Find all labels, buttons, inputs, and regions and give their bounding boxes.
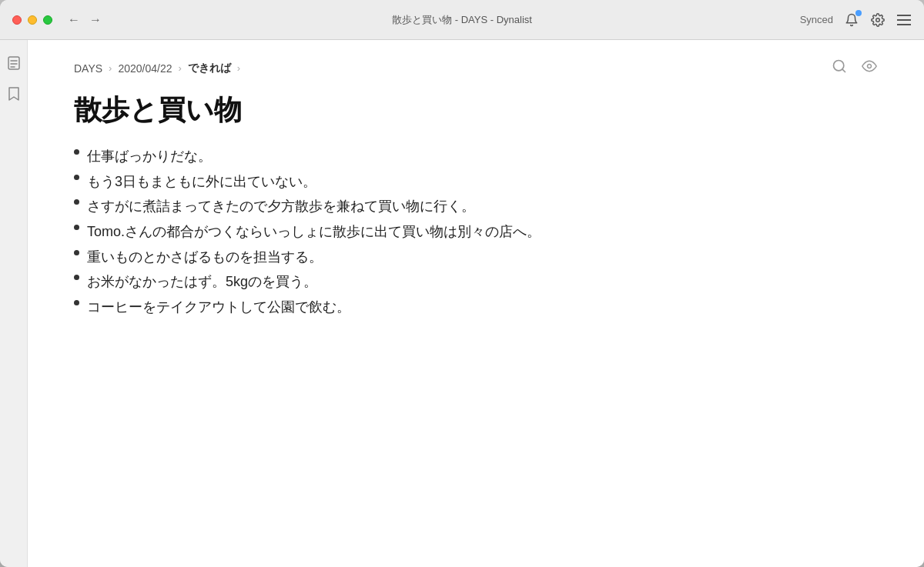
bullet-dot xyxy=(74,149,79,155)
sidebar-icon-bookmark[interactable] xyxy=(6,86,22,102)
list-item: 重いものとかさばるものを担当する。 xyxy=(74,245,878,269)
list-item-text: 重いものとかさばるものを担当する。 xyxy=(87,245,323,269)
list-item: お米がなかったはず。5kgのを買う。 xyxy=(74,270,878,294)
breadcrumb-date[interactable]: 2020/04/22 xyxy=(118,62,172,75)
window-title: 散歩と買い物 - DAYS - Dynalist xyxy=(392,13,532,27)
list-item: 仕事ばっかりだな。 xyxy=(74,145,878,168)
list-item: コーヒーをテイクアウトして公園で飲む。 xyxy=(74,295,878,319)
fullscreen-button[interactable] xyxy=(43,15,52,25)
search-button[interactable] xyxy=(832,58,847,78)
svg-point-0 xyxy=(876,18,880,22)
back-button[interactable]: ← xyxy=(68,14,80,26)
svg-point-10 xyxy=(868,65,872,68)
view-button[interactable] xyxy=(861,58,878,78)
bullet-dot xyxy=(74,175,79,180)
bullet-dot xyxy=(74,275,79,280)
sync-status: Synced xyxy=(800,14,833,25)
bullet-dot xyxy=(74,300,79,305)
svg-line-9 xyxy=(842,69,845,72)
breadcrumb-current[interactable]: できれば xyxy=(188,62,231,75)
minimize-button[interactable] xyxy=(28,15,37,25)
notification-badge xyxy=(855,10,862,16)
doc-title: 散歩と買い物 xyxy=(28,87,924,145)
nav-buttons: ← → xyxy=(68,14,102,26)
list-item-text: お米がなかったはず。5kgのを買う。 xyxy=(87,270,317,294)
titlebar: ← → 散歩と買い物 - DAYS - Dynalist Synced xyxy=(0,0,924,40)
breadcrumb: DAYS › 2020/04/22 › できれば › xyxy=(74,62,240,75)
list-item-text: コーヒーをテイクアウトして公園で飲む。 xyxy=(87,295,350,319)
doc-content: 仕事ばっかりだな。 もう3日もまともに外に出ていない。 さすがに煮詰まってきたの… xyxy=(28,145,924,567)
breadcrumb-days[interactable]: DAYS xyxy=(74,62,102,75)
close-button[interactable] xyxy=(12,15,22,25)
breadcrumb-sep-2: › xyxy=(179,62,182,74)
titlebar-right: Synced xyxy=(800,12,912,28)
bullet-list: 仕事ばっかりだな。 もう3日もまともに外に出ていない。 さすがに煮詰まってきたの… xyxy=(74,145,878,319)
bullet-dot xyxy=(74,199,79,205)
sidebar xyxy=(0,40,28,567)
document-area: DAYS › 2020/04/22 › できれば › xyxy=(28,40,924,567)
list-item-text: 仕事ばっかりだな。 xyxy=(87,145,212,168)
list-item-text: さすがに煮詰まってきたので夕方散歩を兼ねて買い物に行く。 xyxy=(87,195,475,218)
bullet-dot xyxy=(74,225,79,230)
doc-actions xyxy=(832,58,878,78)
list-item: さすがに煮詰まってきたので夕方散歩を兼ねて買い物に行く。 xyxy=(74,195,878,218)
notifications-button[interactable] xyxy=(844,12,859,28)
bullet-dot xyxy=(74,250,79,255)
menu-button[interactable] xyxy=(896,12,912,28)
app-body: DAYS › 2020/04/22 › できれば › xyxy=(0,40,924,567)
list-item: もう3日もまともに外に出ていない。 xyxy=(74,170,878,194)
sidebar-icon-document[interactable] xyxy=(6,55,22,71)
list-item: Tomo.さんの都合がつくならいっしょに散歩に出て買い物は別々の店へ。 xyxy=(74,220,878,244)
forward-button[interactable]: → xyxy=(89,14,102,26)
settings-button[interactable] xyxy=(870,12,886,28)
list-item-text: Tomo.さんの都合がつくならいっしょに散歩に出て買い物は別々の店へ。 xyxy=(87,220,541,244)
breadcrumb-sep-3: › xyxy=(237,62,240,74)
app-window: ← → 散歩と買い物 - DAYS - Dynalist Synced xyxy=(0,0,924,567)
traffic-lights xyxy=(12,15,52,25)
breadcrumb-sep-1: › xyxy=(109,62,112,74)
doc-header: DAYS › 2020/04/22 › できれば › xyxy=(28,40,924,87)
list-item-text: もう3日もまともに外に出ていない。 xyxy=(87,170,316,194)
